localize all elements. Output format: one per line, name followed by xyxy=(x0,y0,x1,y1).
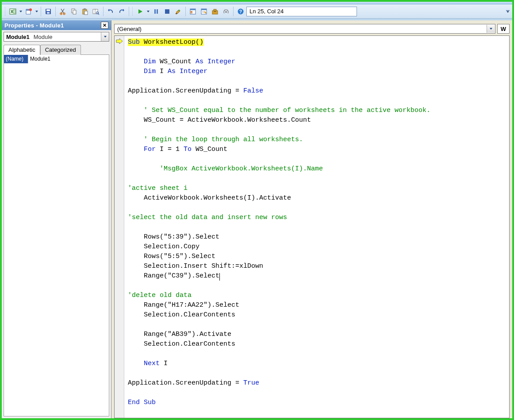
svg-point-4 xyxy=(29,8,32,11)
toolbar-grip-2 xyxy=(132,7,134,16)
svg-rect-28 xyxy=(201,9,207,10)
object-combo[interactable]: Module1 Module xyxy=(4,32,109,42)
view-excel-drop[interactable] xyxy=(19,6,23,17)
properties-grid: (Name) Module1 xyxy=(4,55,109,416)
run-drop[interactable] xyxy=(146,6,150,17)
svg-rect-13 xyxy=(84,8,86,10)
redo-button[interactable] xyxy=(116,6,127,17)
view-excel-button[interactable] xyxy=(8,6,18,17)
svg-rect-7 xyxy=(47,12,50,14)
insert-module-drop[interactable] xyxy=(35,6,39,17)
tab-alphabetic[interactable]: Alphabetic xyxy=(4,45,40,55)
margin-indicator-bar[interactable] xyxy=(115,36,124,418)
property-row[interactable]: (Name) Module1 xyxy=(4,55,109,63)
procedure-dropdown-clip[interactable]: W xyxy=(497,24,510,34)
svg-rect-20 xyxy=(157,9,158,14)
toolbar: ? Ln 25, Col 24 xyxy=(2,4,512,19)
design-mode-button[interactable] xyxy=(173,6,184,17)
object-combo-name: Module1 xyxy=(4,34,32,40)
svg-rect-24 xyxy=(190,9,196,10)
toolbox-button[interactable] xyxy=(210,6,220,17)
line-column-indicator: Ln 25, Col 24 xyxy=(246,7,357,16)
svg-text:?: ? xyxy=(239,9,242,14)
code-panel: (General) W Sub WorksheetLoop() Dim WS_C… xyxy=(111,20,512,418)
svg-rect-6 xyxy=(46,9,50,11)
help-button[interactable]: ? xyxy=(235,6,246,17)
svg-rect-25 xyxy=(191,11,192,12)
properties-tabs: Alphabetic Categorized xyxy=(4,44,109,55)
line-column-text: Ln 25, Col 24 xyxy=(249,8,284,15)
execution-pointer-icon xyxy=(116,38,123,44)
paste-button[interactable] xyxy=(80,6,90,17)
property-key: (Name) xyxy=(4,55,28,63)
insert-module-button[interactable] xyxy=(23,6,34,17)
save-button[interactable] xyxy=(43,6,54,17)
chevron-down-icon[interactable] xyxy=(101,32,109,41)
svg-rect-31 xyxy=(214,9,216,11)
svg-rect-26 xyxy=(191,12,192,13)
code-body: Sub WorksheetLoop() Dim WS_Count As Inte… xyxy=(114,35,510,418)
svg-rect-11 xyxy=(73,10,76,14)
properties-panel: Properties - Module1 ✕ Module1 Module Al… xyxy=(2,20,111,418)
properties-title-text: Properties - Module1 xyxy=(4,22,64,29)
svg-rect-14 xyxy=(84,11,88,15)
find-button[interactable] xyxy=(91,6,101,17)
svg-rect-1 xyxy=(13,10,15,13)
close-icon[interactable]: ✕ xyxy=(101,22,108,29)
object-combo-type: Module xyxy=(32,34,54,40)
property-value[interactable]: Module1 xyxy=(28,55,109,63)
object-dropdown[interactable]: (General) xyxy=(114,24,495,34)
tab-categorized[interactable]: Categorized xyxy=(40,45,81,55)
svg-rect-32 xyxy=(214,11,216,12)
svg-point-33 xyxy=(225,11,227,13)
run-button[interactable] xyxy=(135,6,146,17)
object-dropdown-label: (General) xyxy=(117,26,142,32)
undo-button[interactable] xyxy=(105,6,116,17)
toolbar-overflow[interactable] xyxy=(505,5,510,18)
copy-button[interactable] xyxy=(69,6,79,17)
toolbar-grip xyxy=(4,7,6,16)
svg-line-18 xyxy=(98,14,99,15)
project-explorer-button[interactable] xyxy=(188,6,198,17)
code-editor[interactable]: Sub WorksheetLoop() Dim WS_Count As Inte… xyxy=(124,36,509,418)
app-frame: ? Ln 25, Col 24 Properties - Module1 ✕ M… xyxy=(0,0,514,420)
svg-rect-22 xyxy=(176,13,177,14)
svg-rect-19 xyxy=(154,9,156,14)
object-browser-button[interactable] xyxy=(221,6,231,17)
properties-titlebar: Properties - Module1 ✕ xyxy=(2,20,111,30)
properties-window-button[interactable] xyxy=(199,6,209,17)
cut-button[interactable] xyxy=(58,6,68,17)
chevron-down-icon[interactable] xyxy=(487,25,495,33)
reset-button[interactable] xyxy=(162,6,173,17)
text-cursor xyxy=(219,273,220,281)
code-combo-row: (General) W xyxy=(114,24,510,34)
svg-rect-21 xyxy=(165,9,169,14)
svg-point-29 xyxy=(203,12,203,12)
break-button[interactable] xyxy=(151,6,161,17)
